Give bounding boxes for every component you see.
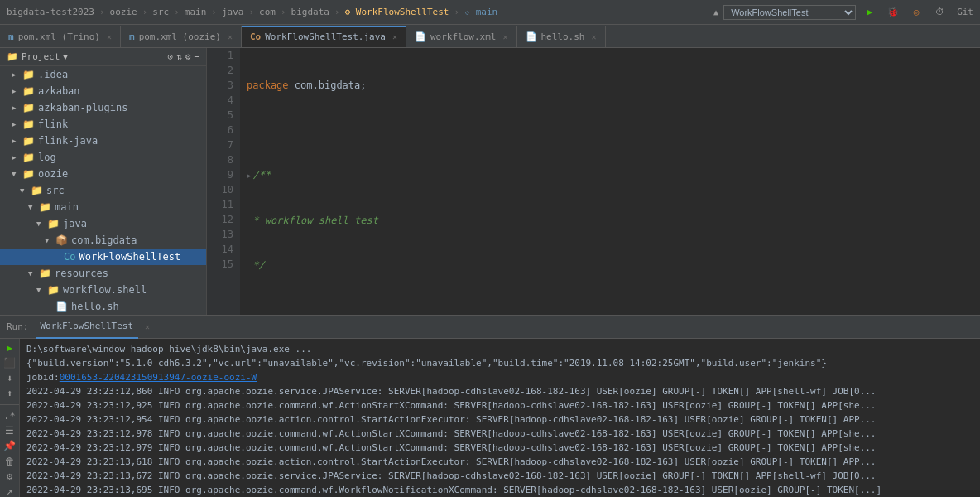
code-line-1: package com.bigdata; — [247, 78, 973, 93]
run-label: Run: — [7, 321, 29, 332]
folder-icon-oozie: 📁 — [22, 168, 35, 180]
run-trash-button[interactable]: 🗑 — [1, 455, 19, 466]
tree-label-log: log — [38, 152, 56, 163]
breadcrumb-oozie[interactable]: oozie — [110, 7, 137, 17]
tree-item-workflow-shell-test[interactable]: ▶ Co WorkFlowShellTest — [0, 248, 206, 265]
breadcrumb-main-method[interactable]: ⬦ main — [464, 7, 497, 17]
tree-item-azkaban-plugins[interactable]: ▶ 📁 azkaban-plugins — [0, 99, 206, 116]
tab-close-workflow[interactable]: ✕ — [392, 32, 397, 41]
tree-item-resources[interactable]: ▼ 📁 resources — [0, 265, 206, 282]
folder-icon-idea: 📁 — [22, 69, 35, 80]
tab-workflow-shell-test[interactable]: Co WorkFlowShellTest.java ✕ — [242, 26, 406, 47]
tab-hello-sh[interactable]: 📄 hello.sh ✕ — [517, 26, 606, 47]
folder-icon-flink-java: 📁 — [22, 135, 35, 147]
folder-icon-workflow-shell: 📁 — [47, 284, 60, 296]
log-3: 2022-04-29 23:23:12,954 INFO org.apache.… — [26, 413, 973, 427]
breadcrumb-bigdata2[interactable]: bigdata — [291, 7, 329, 17]
tree-item-azkaban[interactable]: ▶ 📁 azkaban — [0, 83, 206, 99]
tab-close-xml[interactable]: ✕ — [502, 32, 507, 41]
tab-icon-m2: m — [129, 31, 135, 42]
line-numbers: 1 2 3 4 5 6 7 8 9 10 11 12 13 14 15 — [207, 48, 240, 315]
sidebar-sync-icon[interactable]: ⊙ — [168, 51, 174, 62]
run-body: ▶ ⬛ ⬇ ⬆ .* ☰ 📌 🗑 ⚙ ↗ D:\software\window-… — [0, 339, 980, 497]
tab-close-pom-trino[interactable]: ✕ — [107, 32, 112, 41]
job-id-link[interactable]: 0001653-220423150913947-oozie-oozi-W — [60, 372, 257, 383]
tree-item-hello-sh[interactable]: ▶ 📄 hello.sh — [0, 298, 206, 315]
tree-item-flink-java[interactable]: ▶ 📁 flink-java — [0, 133, 206, 149]
tree-label-azkaban: azkaban — [38, 85, 80, 97]
breadcrumb-src[interactable]: src — [152, 7, 169, 17]
tree-label-main: main — [55, 201, 79, 213]
run-pin-button[interactable]: 📌 — [1, 440, 19, 451]
tab-label-workflow: WorkFlowShellTest.java — [265, 31, 386, 42]
run-config-select[interactable]: WorkFlowShellTest — [723, 5, 856, 20]
tree-label-azkaban-plugins: azkaban-plugins — [38, 102, 127, 113]
run-play-button[interactable]: ▶ — [1, 342, 19, 354]
project-title: Project — [22, 51, 60, 62]
breadcrumb-bigdata[interactable]: bigdata-test2023 — [7, 7, 94, 17]
file-icon-hello-sh: 📄 — [55, 301, 68, 312]
tree-item-workflow-shell-folder[interactable]: ▼ 📁 workflow.shell — [0, 282, 206, 298]
folder-icon-azkaban: 📁 — [22, 85, 35, 97]
tab-close-pom-oozie[interactable]: ✕ — [228, 32, 233, 41]
log-jobid: jobid:0001653-220423150913947-oozie-oozi… — [26, 370, 973, 384]
tree-label-flink-java: flink-java — [38, 135, 98, 147]
tree-label-oozie: oozie — [38, 168, 68, 180]
run-panel-header: Run: WorkFlowShellTest ✕ — [0, 316, 980, 339]
run-filter-button[interactable]: ☰ — [1, 425, 19, 437]
tree-item-java[interactable]: ▼ 📁 java — [0, 215, 206, 232]
main-area: 📁 Project ▼ ⊙ ⇅ ⚙ − ▶ 📁 .idea ▶ 📁 azkaba… — [0, 48, 980, 315]
tree-item-com-bigdata[interactable]: ▼ 📦 com.bigdata — [0, 232, 206, 248]
code-line-5: */ — [247, 258, 973, 273]
arrow-com-bigdata: ▼ — [45, 236, 53, 244]
sidebar-minus-icon[interactable]: − — [194, 51, 199, 62]
tree-item-oozie[interactable]: ▼ 📁 oozie — [0, 166, 206, 182]
vcs-icon: ▲ — [713, 7, 718, 17]
tab-label-pom-oozie: pom.xml (oozie) — [139, 31, 221, 42]
breadcrumb-class[interactable]: ⚙ WorkFlowShellTest — [345, 7, 449, 17]
tab-workflow-xml[interactable]: 📄 workflow.xml ✕ — [406, 26, 517, 47]
run-expand-button[interactable]: ↗ — [1, 485, 19, 497]
tree-item-main[interactable]: ▼ 📁 main — [0, 199, 206, 215]
tab-icon-xml: 📄 — [415, 31, 426, 42]
run-tab-workflow[interactable]: WorkFlowShellTest — [36, 316, 139, 339]
run-scroll-end[interactable]: ⬇ — [1, 372, 19, 384]
sidebar-expand-icon[interactable]: ⇅ — [176, 51, 182, 62]
breadcrumb-com[interactable]: com — [259, 7, 276, 17]
folder-icon-azkaban-plugins: 📁 — [22, 102, 35, 113]
arrow-main: ▼ — [28, 203, 36, 211]
tab-pom-trino[interactable]: m pom.xml (Trino) ✕ — [0, 26, 121, 47]
sidebar-gear-icon[interactable]: ⚙ — [185, 51, 191, 62]
tab-label-pom-trino: pom.xml (Trino) — [18, 31, 100, 42]
coverage-button[interactable]: ◎ — [907, 3, 925, 22]
arrow-azkaban: ▶ — [12, 87, 20, 95]
tree-item-log[interactable]: ▶ 📁 log — [0, 149, 206, 166]
project-dropdown-arrow[interactable]: ▼ — [63, 53, 67, 61]
breadcrumb-main[interactable]: main — [185, 7, 207, 17]
run-scroll-up[interactable]: ⬆ — [1, 388, 19, 399]
profile-button[interactable]: ⏱ — [930, 3, 949, 22]
arrow-resources: ▼ — [28, 269, 36, 277]
tree-item-idea[interactable]: ▶ 📁 .idea — [0, 66, 206, 83]
arrow-src: ▼ — [20, 186, 28, 195]
file-icon-workflow-shell-test: Co — [64, 251, 75, 263]
tab-close-sh[interactable]: ✕ — [591, 32, 596, 41]
run-tab-close[interactable]: ✕ — [145, 322, 150, 331]
run-regex-button[interactable]: .* — [1, 410, 19, 422]
run-stop-button[interactable]: ⬛ — [1, 357, 19, 369]
tree-label-workflow-shell-test: WorkFlowShellTest — [79, 251, 180, 263]
tree-item-flink[interactable]: ▶ 📁 flink — [0, 116, 206, 133]
log-6: 2022-04-29 23:23:13,618 INFO org.apache.… — [26, 455, 973, 469]
arrow-flink: ▶ — [12, 120, 20, 128]
tree-item-src[interactable]: ▼ 📁 src — [0, 182, 206, 199]
debug-button[interactable]: 🐞 — [884, 3, 902, 22]
log-7: 2022-04-29 23:23:13,672 INFO org.apache.… — [26, 469, 973, 483]
code-area[interactable]: 1 2 3 4 5 6 7 8 9 10 11 12 13 14 15 pack… — [207, 48, 980, 315]
sidebar-header: 📁 Project ▼ ⊙ ⇅ ⚙ − — [0, 48, 206, 66]
tab-pom-oozie[interactable]: m pom.xml (oozie) ✕ — [121, 26, 242, 47]
breadcrumb-java[interactable]: java — [222, 7, 244, 17]
run-button[interactable]: ▶ — [861, 3, 879, 22]
tree-label-com-bigdata: com.bigdata — [71, 234, 137, 246]
run-settings-button[interactable]: ⚙ — [1, 470, 19, 482]
log-cmd: D:\software\window-hadoop-hive\jdk8\bin\… — [26, 342, 973, 356]
